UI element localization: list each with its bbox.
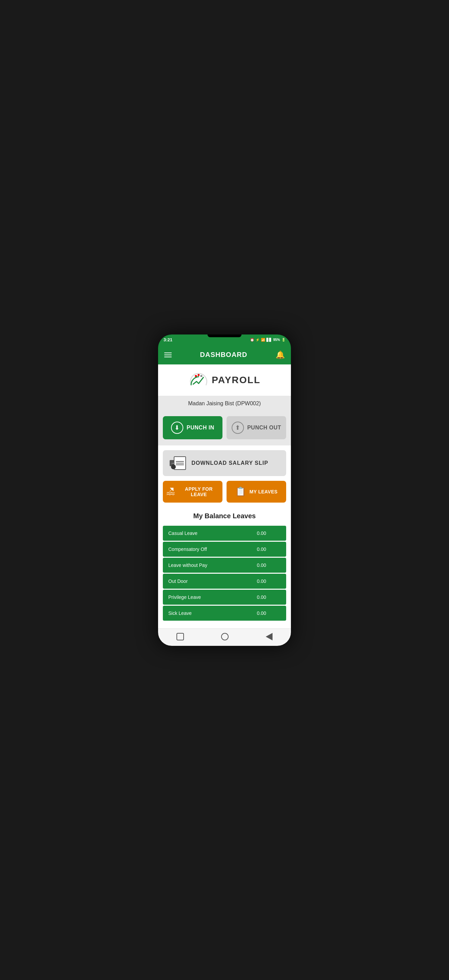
status-icons: ⏰ ⚡ 📶 ▊▊ 95% 🔋 [250, 338, 286, 342]
alarm-icon: ⏰ [250, 338, 254, 342]
svg-point-2 [200, 375, 202, 377]
salary-circle-icon [171, 465, 176, 469]
leave-value-cell: 0.00 [237, 590, 286, 605]
notification-bell-icon[interactable]: 🔔 [276, 350, 285, 360]
logo-text: PAYROLL [212, 375, 260, 385]
leave-balance-row: Casual Leave 0.00 [163, 526, 286, 541]
apply-leave-label: APPLY FOR LEAVE [179, 486, 219, 497]
bottom-navigation [158, 628, 291, 646]
punch-section: ⬇ PUNCH IN ⬆ PUNCH OUT [158, 411, 291, 445]
salary-slip-icon: → [169, 456, 186, 470]
leave-balance-row: Out Door 0.00 [163, 574, 286, 589]
leave-buttons-section: 🏖 APPLY FOR LEAVE 📋 MY LEAVES [158, 481, 291, 509]
circle-icon [221, 633, 228, 640]
svg-point-1 [198, 374, 200, 376]
my-leaves-icon: 📋 [235, 486, 246, 497]
app-content: PAYROLL Madan Jaising Bist (DPW002) ⬇ PU… [158, 364, 291, 628]
my-leaves-button[interactable]: 📋 MY LEAVES [227, 481, 286, 503]
leave-balance-row: Leave without Pay 0.00 [163, 558, 286, 573]
leave-value-cell: 0.00 [237, 526, 286, 541]
my-leaves-label: MY LEAVES [249, 489, 277, 495]
nav-home-button[interactable] [221, 633, 228, 640]
leave-value-cell: 0.00 [237, 558, 286, 573]
phone-frame: 3:21 ⏰ ⚡ 📶 ▊▊ 95% 🔋 DASHBOARD 🔔 [158, 334, 291, 646]
payroll-logo-icon [189, 371, 209, 389]
salary-slip-label: DOWNLOAD SALARY SLIP [192, 460, 268, 466]
apply-leave-button[interactable]: 🏖 APPLY FOR LEAVE [163, 481, 222, 503]
apply-leave-icon: 🏖 [166, 486, 175, 497]
punch-in-label: PUNCH IN [187, 425, 214, 431]
nav-square-button[interactable] [176, 633, 184, 640]
salary-slip-button[interactable]: → DOWNLOAD SALARY SLIP [163, 450, 286, 476]
leave-balance-row: Sick Leave 0.00 [163, 606, 286, 620]
leave-balance-row: Compensatory Off 0.00 [163, 542, 286, 557]
punch-in-icon: ⬇ [171, 422, 183, 434]
app-header: DASHBOARD 🔔 [158, 345, 291, 364]
header-title: DASHBOARD [200, 351, 247, 359]
leave-value-cell: 0.00 [237, 542, 286, 557]
signal-icon: ▊▊ [267, 338, 272, 342]
leave-type-cell: Sick Leave [163, 606, 237, 620]
square-icon [176, 633, 184, 640]
bluetooth-icon: ⚡ [256, 338, 260, 342]
logo-section: PAYROLL [158, 364, 291, 396]
notch [208, 334, 241, 337]
leave-type-cell: Out Door [163, 574, 237, 589]
leave-value-cell: 0.00 [237, 606, 286, 620]
triangle-icon [266, 633, 273, 640]
wifi-icon: 📶 [261, 338, 265, 342]
user-name-bar: Madan Jaising Bist (DPW002) [158, 396, 291, 411]
battery-icon: 🔋 [281, 338, 286, 342]
leave-type-cell: Casual Leave [163, 526, 237, 541]
leave-balance-table: Casual Leave 0.00 Compensatory Off 0.00 … [163, 525, 286, 622]
salary-section: → DOWNLOAD SALARY SLIP [158, 445, 291, 481]
logo-wrap: PAYROLL [189, 371, 260, 389]
punch-out-icon: ⬆ [232, 422, 244, 434]
user-name: Madan Jaising Bist (DPW002) [188, 401, 260, 406]
punch-out-label: PUNCH OUT [247, 425, 281, 431]
leave-value-cell: 0.00 [237, 574, 286, 589]
battery-percent: 95% [273, 338, 280, 342]
balance-leaves-section: My Balance Leaves Casual Leave 0.00 Comp… [158, 509, 291, 628]
leave-type-cell: Leave without Pay [163, 558, 237, 573]
punch-in-button[interactable]: ⬇ PUNCH IN [163, 416, 222, 439]
leave-type-cell: Compensatory Off [163, 542, 237, 557]
leave-type-cell: Privilege Leave [163, 590, 237, 605]
hamburger-menu[interactable] [164, 353, 172, 357]
nav-back-button[interactable] [266, 633, 273, 640]
balance-leaves-title: My Balance Leaves [163, 512, 286, 520]
leave-balance-row: Privilege Leave 0.00 [163, 590, 286, 605]
status-time: 3:21 [163, 337, 173, 342]
punch-out-button[interactable]: ⬆ PUNCH OUT [227, 416, 286, 439]
